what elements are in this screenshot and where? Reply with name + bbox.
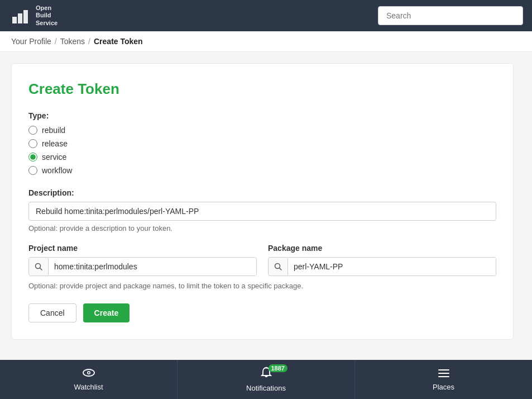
svg-rect-2	[18, 13, 22, 23]
notifications-label: Notifications	[246, 384, 286, 392]
search-input[interactable]	[378, 6, 523, 25]
project-name-input[interactable]	[49, 258, 256, 276]
breadcrumb-separator-1: /	[55, 37, 57, 46]
bottom-nav-places[interactable]: Places	[355, 360, 532, 399]
radio-service[interactable]: service	[28, 153, 496, 162]
places-icon	[438, 368, 450, 381]
radio-label-release: release	[42, 139, 68, 148]
bottom-nav: Watchlist 1887 Notifications Places	[0, 360, 532, 399]
description-group: Description: Optional: provide a descrip…	[28, 188, 496, 232]
project-name-field[interactable]	[28, 257, 257, 276]
svg-point-10	[88, 372, 89, 374]
description-input[interactable]	[28, 202, 496, 221]
navbar-brand: Open Build Service	[9, 4, 57, 27]
create-button[interactable]: Create	[83, 303, 130, 322]
project-package-row: Project name Package name	[28, 244, 496, 276]
radio-label-workflow: workflow	[42, 166, 72, 175]
radio-input-service[interactable]	[28, 153, 37, 162]
svg-rect-1	[12, 17, 17, 23]
places-label: Places	[433, 383, 454, 391]
main-content: Create Token Type: rebuild release servi…	[0, 52, 532, 360]
type-label: Type:	[28, 111, 496, 120]
project-search-icon	[29, 258, 49, 275]
svg-point-11	[265, 367, 267, 369]
package-name-input[interactable]	[288, 258, 496, 276]
optional-hint: Optional: provide project and package na…	[28, 282, 496, 290]
radio-label-service: service	[42, 153, 66, 162]
radio-label-rebuild: rebuild	[42, 126, 65, 135]
description-label: Description:	[28, 188, 496, 197]
breadcrumb-your-profile[interactable]: Your Profile	[11, 37, 51, 46]
type-group: Type: rebuild release service workflow	[28, 111, 496, 175]
create-token-card: Create Token Type: rebuild release servi…	[11, 63, 514, 340]
breadcrumb-current: Create Token	[94, 37, 143, 46]
watchlist-icon	[83, 368, 95, 381]
radio-input-workflow[interactable]	[28, 166, 37, 175]
notifications-badge: 1887	[269, 364, 287, 372]
watchlist-label: Watchlist	[74, 383, 103, 391]
radio-input-rebuild[interactable]	[28, 126, 37, 135]
breadcrumb-separator-2: /	[88, 37, 90, 46]
buttons-row: Cancel Create	[28, 303, 496, 322]
svg-line-7	[280, 268, 282, 270]
radio-input-release[interactable]	[28, 139, 37, 148]
svg-rect-3	[23, 10, 28, 23]
radio-rebuild[interactable]: rebuild	[28, 126, 496, 135]
breadcrumb-tokens[interactable]: Tokens	[60, 37, 85, 46]
page-title: Create Token	[28, 80, 496, 98]
package-name-col: Package name	[268, 244, 496, 276]
navbar: Open Build Service	[0, 0, 532, 31]
package-name-field[interactable]	[268, 257, 496, 276]
cancel-button[interactable]: Cancel	[28, 303, 76, 322]
svg-line-5	[40, 268, 42, 270]
radio-workflow[interactable]: workflow	[28, 166, 496, 175]
breadcrumb: Your Profile / Tokens / Create Token	[0, 31, 532, 52]
radio-group: rebuild release service workflow	[28, 126, 496, 175]
radio-release[interactable]: release	[28, 139, 496, 148]
navbar-search[interactable]	[378, 6, 523, 25]
package-search-icon	[269, 258, 288, 275]
description-hint: Optional: provide a description to your …	[28, 224, 496, 232]
project-name-label: Project name	[28, 244, 257, 253]
project-name-col: Project name	[28, 244, 257, 276]
bottom-nav-watchlist[interactable]: Watchlist	[0, 360, 178, 399]
package-name-label: Package name	[268, 244, 496, 253]
bottom-nav-notifications[interactable]: 1887 Notifications	[178, 360, 355, 399]
brand-text: Open Build Service	[36, 4, 57, 27]
obs-logo	[9, 4, 31, 27]
